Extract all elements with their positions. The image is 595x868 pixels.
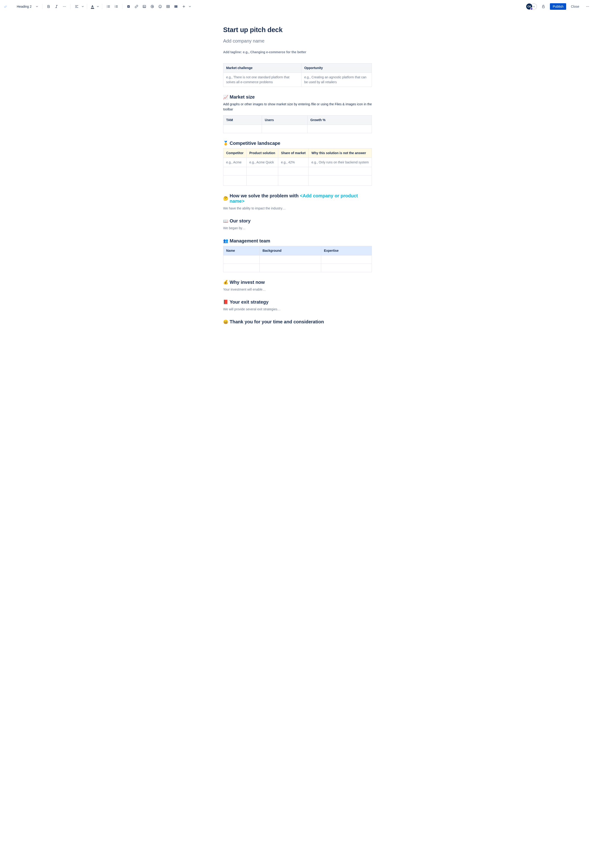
table-row: [223, 264, 372, 272]
table-row: [223, 255, 372, 264]
table-header[interactable]: Opportunity: [301, 63, 372, 73]
table-header[interactable]: Share of market: [278, 148, 309, 158]
table-row: [223, 167, 372, 175]
market-challenge-table[interactable]: Market challenge Opportunity e.g., There…: [223, 63, 372, 87]
svg-rect-19: [176, 5, 177, 8]
table-header[interactable]: Name: [223, 246, 260, 255]
table-header[interactable]: Competitor: [223, 148, 247, 158]
company-name-placeholder[interactable]: Add company name: [223, 38, 372, 44]
close-button[interactable]: Close: [569, 3, 581, 10]
toolbar-divider: [102, 4, 102, 9]
section-solve[interactable]: 🤔 How we solve the problem with <Add com…: [223, 193, 372, 204]
exit-body[interactable]: We will provide several exit strategies…: [223, 307, 372, 312]
market-size-table[interactable]: TAM Users Growth %: [223, 115, 372, 133]
more-formatting-button[interactable]: [61, 3, 68, 10]
insert-more-button[interactable]: [180, 3, 188, 10]
table-header[interactable]: Expertise: [321, 246, 372, 255]
bullet-list-button[interactable]: [105, 3, 112, 10]
restrictions-button[interactable]: [540, 3, 547, 10]
collaborator-avatars: CK +: [526, 3, 537, 10]
svg-rect-20: [542, 6, 545, 8]
align-more-button[interactable]: [81, 3, 85, 10]
svg-point-21: [586, 6, 587, 6]
section-team[interactable]: 👥 Management team: [223, 238, 372, 244]
more-actions-button[interactable]: [584, 3, 591, 10]
publish-button[interactable]: Publish: [550, 3, 566, 10]
money-icon: 💰: [223, 280, 228, 285]
page-content[interactable]: Start up pitch deck Add company name Add…: [209, 13, 386, 345]
align-button[interactable]: [73, 3, 80, 10]
text-color-icon: A: [92, 5, 94, 8]
svg-point-5: [107, 7, 107, 7]
svg-point-12: [151, 5, 154, 8]
people-icon: 👥: [223, 238, 228, 244]
tagline[interactable]: Add tagline: e.g., Changing e-commerce f…: [223, 50, 372, 54]
avatar[interactable]: CK: [526, 3, 532, 10]
table-header[interactable]: Growth %: [307, 115, 372, 125]
svg-point-15: [159, 6, 160, 6]
svg-point-1: [64, 6, 65, 6]
section-story[interactable]: 📖 Our story: [223, 218, 372, 224]
bold-button[interactable]: [45, 3, 52, 10]
text-color-more-button[interactable]: [96, 3, 100, 10]
svg-text:3: 3: [115, 7, 115, 8]
svg-point-14: [159, 5, 161, 8]
market-size-body[interactable]: Add graphs or other images to show marke…: [223, 102, 372, 112]
team-table[interactable]: Name Background Expertise: [223, 246, 372, 272]
chevron-down-icon: [36, 5, 38, 8]
link-button[interactable]: [133, 3, 140, 10]
svg-point-4: [107, 6, 107, 6]
table-row: e.g., Acme e.g., Acme Quick e.g., 42% e.…: [223, 158, 372, 167]
table-header[interactable]: TAM: [223, 115, 262, 125]
section-exit[interactable]: 📕 Your exit strategy: [223, 300, 372, 305]
section-thanks[interactable]: 😀 Thank you for your time and considerat…: [223, 319, 372, 325]
medal-icon: 🥇: [223, 141, 228, 146]
emoji-button[interactable]: [157, 3, 164, 10]
svg-point-3: [107, 5, 107, 6]
section-market-size[interactable]: 📈 Market size: [223, 94, 372, 100]
app-logo[interactable]: [3, 4, 8, 9]
action-item-button[interactable]: [125, 3, 132, 10]
layouts-button[interactable]: [172, 3, 180, 10]
table-header[interactable]: Market challenge: [223, 63, 301, 73]
image-button[interactable]: [140, 3, 148, 10]
toolbar-divider: [42, 4, 43, 9]
table-row: [223, 125, 372, 133]
italic-button[interactable]: [53, 3, 60, 10]
avatar-status-badge: [530, 7, 533, 10]
table-header[interactable]: Background: [260, 246, 321, 255]
svg-point-2: [65, 6, 65, 6]
section-competitive[interactable]: 🥇 Competitive landscape: [223, 141, 372, 146]
svg-point-23: [588, 6, 589, 6]
thinking-icon: 🤔: [223, 196, 228, 201]
table-header[interactable]: Product solution: [247, 148, 278, 158]
chart-icon: 📈: [223, 94, 228, 100]
notebook-icon: 📕: [223, 300, 228, 304]
svg-point-16: [160, 6, 161, 6]
invest-body[interactable]: Your investment will enable…: [223, 287, 372, 292]
toolbar-divider: [122, 4, 123, 9]
svg-point-0: [63, 6, 63, 6]
solve-body[interactable]: We have the ability to impact the indust…: [223, 206, 372, 211]
svg-point-22: [587, 6, 588, 6]
table-header[interactable]: Users: [262, 115, 307, 125]
editor-toolbar: Heading 2 A 123: [0, 0, 595, 13]
table-button[interactable]: [164, 3, 172, 10]
competitive-table[interactable]: Competitor Product solution Share of mar…: [223, 148, 372, 186]
text-color-button[interactable]: A: [90, 3, 96, 10]
section-invest[interactable]: 💰 Why invest now: [223, 280, 372, 285]
page-title[interactable]: Start up pitch deck: [223, 26, 372, 34]
smile-icon: 😀: [223, 319, 228, 325]
mention-button[interactable]: [149, 3, 156, 10]
numbered-list-button[interactable]: 123: [112, 3, 120, 10]
story-body[interactable]: We began by…: [223, 226, 372, 230]
insert-chevron-button[interactable]: [188, 3, 192, 10]
svg-rect-17: [167, 5, 170, 8]
table-row: [223, 175, 372, 186]
svg-rect-18: [174, 5, 176, 8]
svg-point-13: [152, 6, 153, 7]
svg-point-11: [143, 6, 144, 6]
text-style-select[interactable]: Heading 2: [14, 4, 40, 9]
table-header[interactable]: Why this solution is not the answer: [309, 148, 372, 158]
text-style-label: Heading 2: [17, 4, 32, 8]
